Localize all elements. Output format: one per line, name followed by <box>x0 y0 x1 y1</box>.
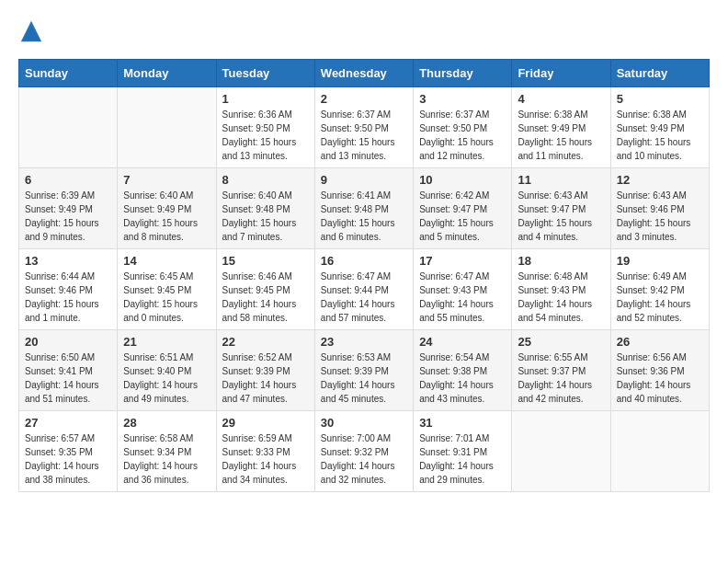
day-info: Sunrise: 6:53 AM Sunset: 9:39 PM Dayligh… <box>321 350 407 406</box>
day-info: Sunrise: 6:44 AM Sunset: 9:46 PM Dayligh… <box>25 270 111 325</box>
day-info: Sunrise: 6:41 AM Sunset: 9:48 PM Dayligh… <box>321 189 407 244</box>
day-number: 3 <box>419 92 506 106</box>
day-number: 5 <box>617 92 703 106</box>
day-number: 31 <box>419 416 506 430</box>
calendar-cell: 16Sunrise: 6:47 AM Sunset: 9:44 PM Dayli… <box>314 249 413 330</box>
calendar-cell: 31Sunrise: 7:01 AM Sunset: 9:31 PM Dayli… <box>414 411 512 492</box>
day-info: Sunrise: 6:51 AM Sunset: 9:40 PM Dayligh… <box>123 350 210 406</box>
day-number: 10 <box>419 173 506 187</box>
calendar-cell <box>512 411 610 492</box>
day-info: Sunrise: 6:46 AM Sunset: 9:45 PM Dayligh… <box>222 270 309 325</box>
day-number: 27 <box>25 416 111 430</box>
day-number: 25 <box>518 335 604 349</box>
day-number: 29 <box>222 416 309 430</box>
day-number: 22 <box>222 335 309 349</box>
week-row-2: 6Sunrise: 6:39 AM Sunset: 9:49 PM Daylig… <box>19 168 710 249</box>
calendar-cell: 24Sunrise: 6:54 AM Sunset: 9:38 PM Dayli… <box>414 330 512 411</box>
calendar-cell: 5Sunrise: 6:38 AM Sunset: 9:49 PM Daylig… <box>610 87 709 168</box>
calendar-cell: 30Sunrise: 7:00 AM Sunset: 9:32 PM Dayli… <box>314 411 413 492</box>
day-info: Sunrise: 6:47 AM Sunset: 9:44 PM Dayligh… <box>321 270 407 325</box>
day-number: 16 <box>321 254 407 268</box>
calendar-cell: 3Sunrise: 6:37 AM Sunset: 9:50 PM Daylig… <box>414 87 512 168</box>
day-number: 28 <box>123 416 210 430</box>
calendar-cell <box>19 87 118 168</box>
day-number: 19 <box>617 254 703 268</box>
day-number: 1 <box>222 92 309 106</box>
day-number: 14 <box>123 254 210 268</box>
day-info: Sunrise: 6:43 AM Sunset: 9:46 PM Dayligh… <box>617 189 703 244</box>
calendar-cell: 22Sunrise: 6:52 AM Sunset: 9:39 PM Dayli… <box>216 330 314 411</box>
calendar-cell: 11Sunrise: 6:43 AM Sunset: 9:47 PM Dayli… <box>512 168 610 249</box>
calendar-cell: 18Sunrise: 6:48 AM Sunset: 9:43 PM Dayli… <box>512 249 610 330</box>
calendar-cell: 20Sunrise: 6:50 AM Sunset: 9:41 PM Dayli… <box>19 330 118 411</box>
day-info: Sunrise: 6:43 AM Sunset: 9:47 PM Dayligh… <box>518 189 604 244</box>
day-number: 11 <box>518 173 604 187</box>
weekday-header-saturday: Saturday <box>610 60 709 87</box>
calendar-cell: 23Sunrise: 6:53 AM Sunset: 9:39 PM Dayli… <box>314 330 413 411</box>
week-row-4: 20Sunrise: 6:50 AM Sunset: 9:41 PM Dayli… <box>19 330 710 411</box>
page-header <box>18 18 710 44</box>
weekday-header-tuesday: Tuesday <box>216 60 314 87</box>
calendar-cell: 17Sunrise: 6:47 AM Sunset: 9:43 PM Dayli… <box>414 249 512 330</box>
calendar-cell: 15Sunrise: 6:46 AM Sunset: 9:45 PM Dayli… <box>216 249 314 330</box>
day-info: Sunrise: 6:40 AM Sunset: 9:49 PM Dayligh… <box>123 189 210 244</box>
day-number: 15 <box>222 254 309 268</box>
calendar-cell: 27Sunrise: 6:57 AM Sunset: 9:35 PM Dayli… <box>19 411 118 492</box>
day-info: Sunrise: 6:37 AM Sunset: 9:50 PM Dayligh… <box>419 108 506 163</box>
weekday-header-friday: Friday <box>512 60 610 87</box>
week-row-3: 13Sunrise: 6:44 AM Sunset: 9:46 PM Dayli… <box>19 249 710 330</box>
calendar-cell: 29Sunrise: 6:59 AM Sunset: 9:33 PM Dayli… <box>216 411 314 492</box>
day-info: Sunrise: 6:39 AM Sunset: 9:49 PM Dayligh… <box>25 189 111 244</box>
calendar-cell: 2Sunrise: 6:37 AM Sunset: 9:50 PM Daylig… <box>314 87 413 168</box>
day-info: Sunrise: 6:52 AM Sunset: 9:39 PM Dayligh… <box>222 350 309 406</box>
day-info: Sunrise: 6:47 AM Sunset: 9:43 PM Dayligh… <box>419 270 506 325</box>
calendar-cell: 28Sunrise: 6:58 AM Sunset: 9:34 PM Dayli… <box>118 411 216 492</box>
day-number: 9 <box>321 173 407 187</box>
day-info: Sunrise: 6:42 AM Sunset: 9:47 PM Dayligh… <box>419 189 506 244</box>
calendar-body: 1Sunrise: 6:36 AM Sunset: 9:50 PM Daylig… <box>19 87 710 492</box>
week-row-5: 27Sunrise: 6:57 AM Sunset: 9:35 PM Dayli… <box>19 411 710 492</box>
day-info: Sunrise: 6:45 AM Sunset: 9:45 PM Dayligh… <box>123 270 210 325</box>
calendar-header: SundayMondayTuesdayWednesdayThursdayFrid… <box>19 60 710 87</box>
day-info: Sunrise: 6:58 AM Sunset: 9:34 PM Dayligh… <box>123 431 210 487</box>
day-info: Sunrise: 6:56 AM Sunset: 9:36 PM Dayligh… <box>617 350 703 406</box>
weekday-header-row: SundayMondayTuesdayWednesdayThursdayFrid… <box>19 60 710 87</box>
day-info: Sunrise: 6:38 AM Sunset: 9:49 PM Dayligh… <box>617 108 703 163</box>
calendar-cell: 8Sunrise: 6:40 AM Sunset: 9:48 PM Daylig… <box>216 168 314 249</box>
calendar-cell: 10Sunrise: 6:42 AM Sunset: 9:47 PM Dayli… <box>414 168 512 249</box>
day-number: 17 <box>419 254 506 268</box>
weekday-header-sunday: Sunday <box>19 60 118 87</box>
day-number: 23 <box>321 335 407 349</box>
day-number: 7 <box>123 173 210 187</box>
day-info: Sunrise: 6:59 AM Sunset: 9:33 PM Dayligh… <box>222 431 309 487</box>
day-info: Sunrise: 7:01 AM Sunset: 9:31 PM Dayligh… <box>419 431 506 487</box>
day-number: 12 <box>617 173 703 187</box>
day-info: Sunrise: 6:38 AM Sunset: 9:49 PM Dayligh… <box>518 108 604 163</box>
week-row-1: 1Sunrise: 6:36 AM Sunset: 9:50 PM Daylig… <box>19 87 710 168</box>
calendar-table: SundayMondayTuesdayWednesdayThursdayFrid… <box>18 59 710 492</box>
day-info: Sunrise: 6:54 AM Sunset: 9:38 PM Dayligh… <box>419 350 506 406</box>
day-info: Sunrise: 6:55 AM Sunset: 9:37 PM Dayligh… <box>518 350 604 406</box>
logo-icon <box>18 18 44 44</box>
day-info: Sunrise: 7:00 AM Sunset: 9:32 PM Dayligh… <box>321 431 407 487</box>
calendar-cell: 25Sunrise: 6:55 AM Sunset: 9:37 PM Dayli… <box>512 330 610 411</box>
calendar-cell <box>118 87 216 168</box>
day-info: Sunrise: 6:50 AM Sunset: 9:41 PM Dayligh… <box>25 350 111 406</box>
day-number: 6 <box>25 173 111 187</box>
day-info: Sunrise: 6:49 AM Sunset: 9:42 PM Dayligh… <box>617 270 703 325</box>
calendar-cell: 26Sunrise: 6:56 AM Sunset: 9:36 PM Dayli… <box>610 330 709 411</box>
calendar-cell: 9Sunrise: 6:41 AM Sunset: 9:48 PM Daylig… <box>314 168 413 249</box>
calendar-cell: 14Sunrise: 6:45 AM Sunset: 9:45 PM Dayli… <box>118 249 216 330</box>
weekday-header-monday: Monday <box>118 60 216 87</box>
weekday-header-thursday: Thursday <box>414 60 512 87</box>
day-number: 18 <box>518 254 604 268</box>
calendar-cell: 6Sunrise: 6:39 AM Sunset: 9:49 PM Daylig… <box>19 168 118 249</box>
day-number: 20 <box>25 335 111 349</box>
day-info: Sunrise: 6:40 AM Sunset: 9:48 PM Dayligh… <box>222 189 309 244</box>
calendar-cell: 19Sunrise: 6:49 AM Sunset: 9:42 PM Dayli… <box>610 249 709 330</box>
calendar-cell <box>610 411 709 492</box>
logo <box>18 18 48 44</box>
day-number: 2 <box>321 92 407 106</box>
weekday-header-wednesday: Wednesday <box>314 60 413 87</box>
day-info: Sunrise: 6:57 AM Sunset: 9:35 PM Dayligh… <box>25 431 111 487</box>
